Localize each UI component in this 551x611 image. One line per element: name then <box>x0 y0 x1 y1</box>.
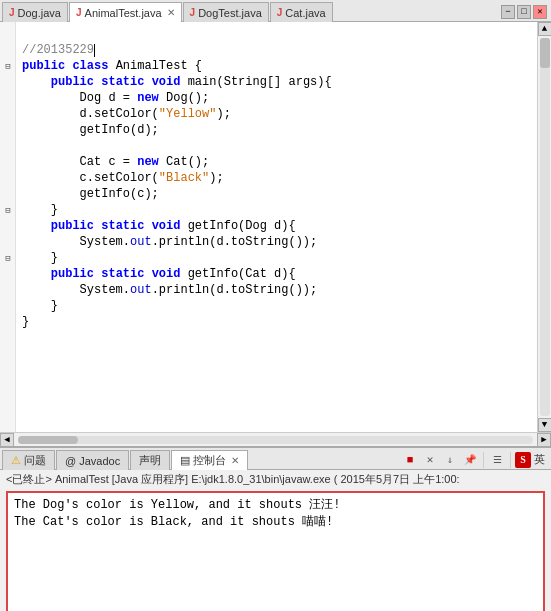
fold-space <box>0 26 16 42</box>
bottom-tab-bar: ⚠ 问题 @ Javadoc 声明 ▤ 控制台 ✕ ■ ✕ ⇓ 📌 ☰ S 英 <box>0 448 551 470</box>
code-editor[interactable]: //20135229 public class AnimalTest { pub… <box>16 22 537 432</box>
tab-label: Cat.java <box>285 7 325 19</box>
vertical-scrollbar[interactable]: ▲ ▼ <box>537 22 551 432</box>
scroll-left-button[interactable]: ◀ <box>0 433 14 447</box>
tab-label: 声明 <box>139 453 161 468</box>
scroll-lock-button[interactable]: ⇓ <box>441 451 459 469</box>
pin-button[interactable]: 📌 <box>461 451 479 469</box>
tab-console[interactable]: ▤ 控制台 ✕ <box>171 450 248 470</box>
fold-space <box>0 122 16 138</box>
bottom-panel: ⚠ 问题 @ Javadoc 声明 ▤ 控制台 ✕ ■ ✕ ⇓ 📌 ☰ S 英 … <box>0 446 551 611</box>
java-file-icon: J <box>190 7 196 18</box>
horizontal-scrollbar[interactable]: ◀ ▶ <box>0 432 551 446</box>
fold-gutter: ⊟ ⊟ ⊟ <box>0 22 16 432</box>
view-menu-button[interactable]: ☰ <box>488 451 506 469</box>
fold-space <box>0 298 16 314</box>
tab-cat-java[interactable]: J Cat.java <box>270 2 333 22</box>
code-comment: //20135229 <box>22 43 94 57</box>
tab-label: 问题 <box>24 453 46 468</box>
tab-label: DogTest.java <box>198 7 262 19</box>
fold-space <box>0 234 16 250</box>
tab-bar: J Dog.java J AnimalTest.java ✕ J DogTest… <box>0 0 551 22</box>
stop-button[interactable]: ■ <box>401 451 419 469</box>
console-header: <已终止> AnimalTest [Java 应用程序] E:\jdk1.8.0… <box>0 470 551 489</box>
editor-container: ⊟ ⊟ ⊟ //20135229 public class AnimalTest… <box>0 22 551 432</box>
console-output: The Dog's color is Yellow, and it shouts… <box>6 491 545 611</box>
fold-minus-1[interactable]: ⊟ <box>0 58 16 74</box>
maximize-button[interactable]: □ <box>517 5 531 19</box>
fold-minus-2[interactable]: ⊟ <box>0 202 16 218</box>
window-controls: − □ ✕ <box>501 2 551 21</box>
fold-space <box>0 218 16 234</box>
bottom-toolbar-right: ■ ✕ ⇓ 📌 ☰ S 英 <box>401 450 551 469</box>
tab-dogtest-java[interactable]: J DogTest.java <box>183 2 269 22</box>
java-file-icon: J <box>9 7 15 18</box>
console-line-1: The Dog's color is Yellow, and it shouts… <box>14 497 537 514</box>
console-line-2: The Cat's color is Black, and it shouts … <box>14 514 537 531</box>
toolbar-separator-2 <box>510 452 511 468</box>
fold-space <box>0 186 16 202</box>
code-keyword: public <box>22 59 65 73</box>
fold-space <box>0 266 16 282</box>
toolbar-separator <box>483 452 484 468</box>
tab-label: 控制台 <box>193 453 226 468</box>
tab-dog-java[interactable]: J Dog.java <box>2 2 68 22</box>
java-file-icon: J <box>76 7 82 18</box>
fold-space <box>0 282 16 298</box>
scroll-down-button[interactable]: ▼ <box>538 418 552 432</box>
tab-animaltest-java[interactable]: J AnimalTest.java ✕ <box>69 2 182 22</box>
fold-minus-3[interactable]: ⊟ <box>0 250 16 266</box>
tab-javadoc[interactable]: @ Javadoc <box>56 450 129 470</box>
tab-label: Dog.java <box>18 7 61 19</box>
fold-space <box>0 90 16 106</box>
console-icon: ▤ <box>180 454 190 467</box>
tab-problems[interactable]: ⚠ 问题 <box>2 450 55 470</box>
scrollbar-thumb[interactable] <box>540 38 550 68</box>
fold-space <box>0 106 16 122</box>
warning-icon: ⚠ <box>11 454 21 467</box>
scroll-right-button[interactable]: ▶ <box>537 433 551 447</box>
java-file-icon: J <box>277 7 283 18</box>
lang-label: 英 <box>534 452 545 467</box>
h-scrollbar-thumb[interactable] <box>18 436 78 444</box>
minimize-button[interactable]: − <box>501 5 515 19</box>
fold-space <box>0 154 16 170</box>
fold-space <box>0 170 16 186</box>
close-button[interactable]: ✕ <box>533 5 547 19</box>
tab-label: AnimalTest.java <box>85 7 162 19</box>
clear-button[interactable]: ✕ <box>421 451 439 469</box>
tab-label: @ Javadoc <box>65 455 120 467</box>
h-scrollbar-track <box>18 436 533 444</box>
tab-close-console-icon[interactable]: ✕ <box>231 455 239 466</box>
fold-space <box>0 74 16 90</box>
fold-space <box>0 138 16 154</box>
tab-declaration[interactable]: 声明 <box>130 450 170 470</box>
fold-space <box>0 42 16 58</box>
s-brand-icon: S <box>515 452 531 468</box>
scroll-up-button[interactable]: ▲ <box>538 22 552 36</box>
tab-close-icon[interactable]: ✕ <box>167 7 175 18</box>
